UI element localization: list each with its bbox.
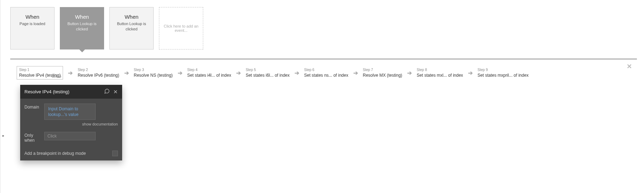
- step-label: Step 2: [78, 68, 119, 72]
- step-label: Step 6: [304, 68, 348, 72]
- breakpoint-checkbox[interactable]: [112, 151, 118, 156]
- editor-header[interactable]: Resolve IPv4 (testing) ✕: [20, 85, 122, 99]
- panel-expand-handle[interactable]: ▸: [2, 134, 4, 138]
- arrow-icon: ➔: [66, 70, 75, 76]
- event-when-label: When: [125, 14, 138, 20]
- add-event-label: Click here to add an event...: [164, 24, 199, 33]
- arrow-icon: ➔: [122, 70, 131, 76]
- editor-body: Domain Input Domain to lookup...'s value…: [20, 99, 122, 160]
- steps-row: Step 1 Resolve IPv4 (testing) delete ➔ S…: [17, 66, 633, 80]
- event-desc: Page is loaded: [17, 21, 48, 27]
- event-when-label: When: [25, 14, 39, 20]
- event-when-label: When: [75, 14, 89, 20]
- step-2[interactable]: Step 2 Resolve IPv6 (testing): [78, 68, 119, 78]
- arrow-icon: ➔: [292, 70, 301, 76]
- events-row: When Page is loaded When Button Lookup i…: [10, 7, 637, 49]
- domain-label: Domain: [24, 104, 44, 110]
- only-when-label: Only when: [24, 132, 44, 143]
- step-3[interactable]: Step 3 Resolve NS (testing): [134, 68, 173, 78]
- selected-pointer-icon: [79, 49, 85, 52]
- step-name: Resolve NS (testing): [134, 73, 173, 78]
- step-4[interactable]: Step 4 Set states i4l... of index: [187, 68, 231, 78]
- editor-title: Resolve IPv4 (testing): [24, 89, 69, 94]
- step-editor-panel: Resolve IPv4 (testing) ✕ Domain Input Do…: [20, 85, 122, 160]
- domain-binding-input[interactable]: Input Domain to lookup...'s value: [44, 104, 96, 120]
- step-label: Step 3: [134, 68, 173, 72]
- show-documentation-link[interactable]: show documentation: [24, 122, 118, 126]
- step-label: Step 4: [187, 68, 231, 72]
- step-1[interactable]: Step 1 Resolve IPv4 (testing) delete: [17, 66, 63, 80]
- step-8[interactable]: Step 8 Set states mxl... of index: [417, 68, 463, 78]
- step-label: Step 1: [19, 68, 61, 72]
- step-name: Set states i4l... of index: [187, 73, 231, 78]
- arrow-icon: ➔: [405, 70, 414, 76]
- event-card-lookup-clicked-1[interactable]: When Button Lookup is clicked: [60, 7, 104, 49]
- arrow-icon: ➔: [466, 70, 475, 76]
- arrow-icon: ➔: [234, 70, 243, 76]
- step-6[interactable]: Step 6 Set states ns... of index: [304, 68, 348, 78]
- step-name: Resolve MX (testing): [363, 73, 402, 78]
- close-editor-button[interactable]: ✕: [113, 89, 118, 95]
- breakpoint-label: Add a breakpoint in debug mode: [24, 151, 86, 156]
- comment-icon[interactable]: [104, 88, 110, 95]
- close-steps-button[interactable]: ✕: [627, 63, 632, 70]
- step-name: Set states ns... of index: [304, 73, 348, 78]
- step-label: Step 5: [246, 68, 290, 72]
- step-name: Set states mxl... of index: [417, 73, 463, 78]
- step-label: Step 9: [478, 68, 529, 72]
- step-7[interactable]: Step 7 Resolve MX (testing): [363, 68, 402, 78]
- step-9[interactable]: Step 9 Set states mxpril... of index: [478, 68, 529, 78]
- event-card-lookup-clicked-2[interactable]: When Button Lookup is clicked: [109, 7, 154, 49]
- arrow-icon: ➔: [176, 70, 184, 76]
- step-label: Step 8: [417, 68, 463, 72]
- step-label: Step 7: [363, 68, 402, 72]
- step-5[interactable]: Step 5 Set states i6l... of index: [246, 68, 290, 78]
- event-card-page-loaded[interactable]: When Page is loaded: [10, 7, 55, 49]
- step-delete-link[interactable]: delete: [52, 75, 61, 78]
- step-name: Set states i6l... of index: [246, 73, 290, 78]
- step-name: Resolve IPv6 (testing): [78, 73, 119, 78]
- event-desc: Button Lookup is clicked: [110, 21, 153, 32]
- event-desc: Button Lookup is clicked: [60, 21, 104, 32]
- arrow-icon: ➔: [351, 70, 360, 76]
- add-event-button[interactable]: Click here to add an event...: [159, 7, 203, 49]
- only-when-input[interactable]: Click: [44, 132, 96, 140]
- step-name: Set states mxpril... of index: [478, 73, 529, 78]
